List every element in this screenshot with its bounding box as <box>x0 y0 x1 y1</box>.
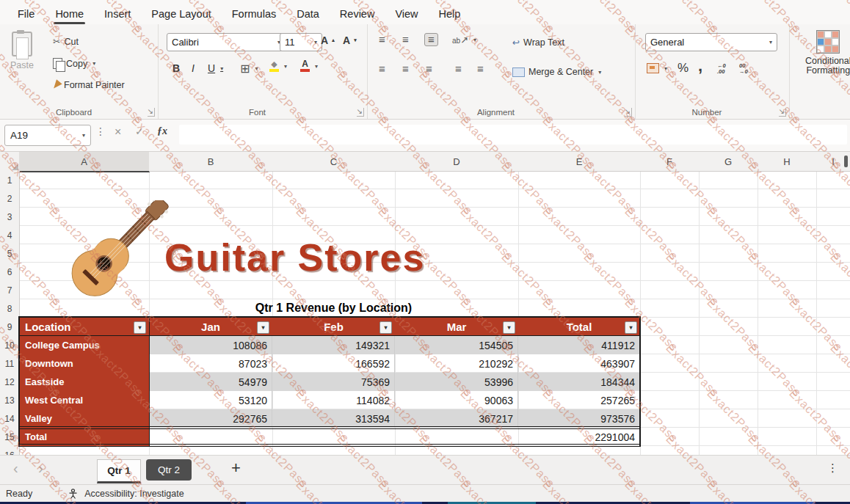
comma-style-button[interactable]: , <box>698 56 702 76</box>
name-box[interactable]: A19 ▾ <box>4 125 91 146</box>
cell-jan[interactable]: 54979 <box>149 373 272 391</box>
row-header[interactable]: 14 <box>0 409 20 428</box>
menu-tab-data[interactable]: Data <box>286 4 330 24</box>
bold-button[interactable]: B <box>172 62 180 74</box>
row-header[interactable]: 2 <box>0 189 20 208</box>
formula-options-kebab[interactable]: ⋮ <box>95 125 106 137</box>
column-header-f[interactable]: F <box>640 152 700 172</box>
sheet-tab-qtr2[interactable]: Qtr 2 <box>146 459 192 481</box>
align-center-button[interactable]: ≡ <box>402 64 409 74</box>
cell-feb[interactable]: 166592 <box>272 354 395 373</box>
sheet-nav-left-icon[interactable]: ‹ <box>13 460 18 477</box>
sheet-nav-right-icon[interactable]: › <box>38 460 43 477</box>
column-header-g[interactable]: G <box>699 152 758 172</box>
row-header[interactable]: 9 <box>0 318 20 337</box>
filter-button[interactable]: ▾ <box>257 321 269 334</box>
add-sheet-button[interactable]: + <box>231 459 241 478</box>
cell-location[interactable]: West Central <box>19 391 149 409</box>
accessibility-status[interactable]: Accessibility: Investigate <box>84 489 184 499</box>
cell-mar[interactable]: 53996 <box>395 373 518 391</box>
row-header[interactable]: 7 <box>0 281 20 300</box>
column-header-d[interactable]: D <box>395 152 519 172</box>
merge-center-button[interactable]: Merge & Center ▾ <box>512 67 601 77</box>
menu-tab-help[interactable]: Help <box>429 4 471 24</box>
cut-button[interactable]: ✂ Cut <box>53 36 79 47</box>
row-header[interactable]: 5 <box>0 244 20 263</box>
formula-input[interactable] <box>179 125 847 145</box>
column-header-a[interactable]: A <box>19 152 150 172</box>
header-cell-location[interactable]: Location ▾ <box>19 318 149 336</box>
increase-indent-button[interactable]: ≡ <box>477 64 484 74</box>
menu-tab-insert[interactable]: Insert <box>94 4 141 24</box>
cell-location[interactable]: Eastside <box>19 373 149 391</box>
cell-feb[interactable]: 313594 <box>272 409 395 428</box>
vertical-scrollbar-thumb[interactable] <box>844 156 848 167</box>
cell-jan[interactable]: 292765 <box>149 409 272 428</box>
row-header[interactable]: 6 <box>0 263 20 282</box>
underline-button[interactable]: U▾ <box>208 62 223 74</box>
align-bottom-button[interactable]: ≡ <box>424 33 438 46</box>
number-format-select[interactable]: General ▾ <box>645 33 777 51</box>
filter-button[interactable]: ▾ <box>503 321 515 334</box>
font-size-select[interactable]: 11 ▾ <box>280 33 322 51</box>
grow-font-button[interactable]: A▴ <box>321 34 335 46</box>
accounting-format-button[interactable]: ▾ <box>647 63 667 73</box>
percent-style-button[interactable]: % <box>678 61 689 76</box>
column-header-e[interactable]: E <box>518 152 641 172</box>
align-right-button[interactable]: ≡ <box>426 64 432 74</box>
align-top-button[interactable]: ≡ <box>379 34 385 45</box>
format-painter-button[interactable]: Format Painter <box>53 80 125 90</box>
copy-button[interactable]: Copy ▾ <box>53 58 95 69</box>
column-header-b[interactable]: B <box>149 152 273 172</box>
cell-mar[interactable]: 90063 <box>395 391 518 409</box>
cell-location[interactable]: College Campus <box>19 336 149 354</box>
italic-button[interactable]: I <box>192 62 195 74</box>
decrease-decimal-button[interactable]: 00→0 <box>739 63 748 74</box>
cell-mar[interactable]: 154505 <box>395 336 518 354</box>
cell-total[interactable]: 463907 <box>518 354 640 373</box>
column-header-c[interactable]: C <box>272 152 396 172</box>
menu-tab-home[interactable]: Home <box>45 4 94 24</box>
column-header-h[interactable]: H <box>758 152 817 172</box>
cell-jan[interactable]: 108086 <box>149 336 272 354</box>
menu-tab-file[interactable]: File <box>7 4 45 24</box>
row-header[interactable]: 1 <box>0 171 20 190</box>
wrap-text-button[interactable]: ↩ Wrap Text <box>512 37 564 48</box>
menu-tab-view[interactable]: View <box>385 4 428 24</box>
decrease-indent-button[interactable]: ≡ <box>455 64 462 74</box>
header-cell-feb[interactable]: Feb ▾ <box>272 318 395 336</box>
row-header[interactable]: 11 <box>0 354 20 373</box>
row-header[interactable]: 12 <box>0 373 20 392</box>
font-name-select[interactable]: Calibri ▾ <box>167 33 286 51</box>
row-header[interactable]: 16 <box>0 446 20 455</box>
align-left-button[interactable]: ≡ <box>379 64 385 74</box>
cell-feb[interactable]: 114082 <box>272 391 395 409</box>
filter-button[interactable]: ▾ <box>134 321 146 334</box>
enter-button[interactable]: ✓ <box>135 125 144 137</box>
sheet-menu-kebab-icon[interactable]: ⋮ <box>827 461 838 475</box>
paste-button[interactable]: Paste <box>10 32 34 70</box>
align-middle-button[interactable]: ≡ <box>402 34 409 45</box>
row-header[interactable]: 8 <box>0 299 20 318</box>
header-cell-mar[interactable]: Mar ▾ <box>395 318 518 336</box>
sheet-tab-qtr1[interactable]: Qtr 1 <box>97 459 141 483</box>
cell-total[interactable]: 184344 <box>518 373 640 391</box>
increase-decimal-button[interactable]: ←0.00 <box>717 63 726 74</box>
select-all-corner[interactable] <box>0 152 20 172</box>
header-cell-jan[interactable]: Jan ▾ <box>149 318 272 336</box>
cell-feb[interactable]: 75369 <box>272 373 395 391</box>
row-header[interactable]: 10 <box>0 336 20 355</box>
filter-button[interactable]: ▾ <box>625 321 637 334</box>
cancel-button[interactable]: × <box>115 125 121 139</box>
clipboard-dialog-launcher[interactable]: ↘ <box>148 108 155 117</box>
fill-color-button[interactable]: ◆ ▾ <box>269 60 287 72</box>
menu-tab-formulas[interactable]: Formulas <box>222 4 286 24</box>
font-color-button[interactable]: A ▾ <box>300 60 318 72</box>
shrink-font-button[interactable]: A▾ <box>343 34 357 46</box>
alignment-dialog-launcher[interactable]: ↘ <box>625 108 632 117</box>
insert-function-button[interactable]: ƒx <box>157 125 167 137</box>
cell-jan[interactable]: 87023 <box>149 354 272 373</box>
cell-location[interactable]: Valley <box>19 409 149 428</box>
number-dialog-launcher[interactable]: ↘ <box>779 108 786 117</box>
menu-tab-review[interactable]: Review <box>330 4 385 24</box>
